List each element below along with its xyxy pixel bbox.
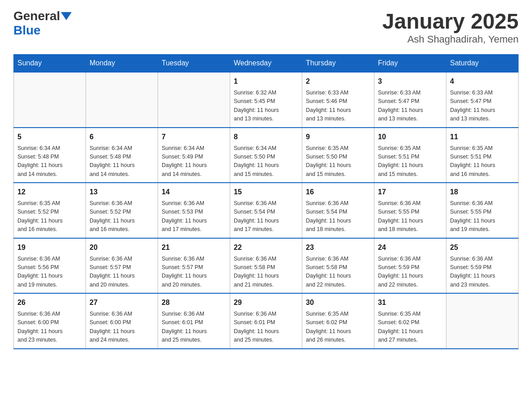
calendar-cell: 28Sunrise: 6:36 AM Sunset: 6:01 PM Dayli… bbox=[158, 293, 230, 349]
day-number: 8 bbox=[234, 132, 298, 142]
calendar-cell: 2Sunrise: 6:33 AM Sunset: 5:46 PM Daylig… bbox=[302, 72, 374, 128]
day-info: Sunrise: 6:36 AM Sunset: 5:59 PM Dayligh… bbox=[450, 255, 515, 290]
calendar-cell: 4Sunrise: 6:33 AM Sunset: 5:47 PM Daylig… bbox=[446, 72, 519, 128]
day-info: Sunrise: 6:35 AM Sunset: 6:02 PM Dayligh… bbox=[378, 310, 442, 345]
calendar-cell: 24Sunrise: 6:36 AM Sunset: 5:59 PM Dayli… bbox=[374, 238, 446, 294]
day-number: 21 bbox=[162, 242, 226, 253]
day-info: Sunrise: 6:36 AM Sunset: 5:59 PM Dayligh… bbox=[378, 255, 442, 290]
day-info: Sunrise: 6:36 AM Sunset: 5:55 PM Dayligh… bbox=[450, 199, 515, 234]
day-number: 4 bbox=[450, 76, 515, 87]
calendar-header-thursday: Thursday bbox=[302, 55, 374, 73]
calendar-header-row: SundayMondayTuesdayWednesdayThursdayFrid… bbox=[14, 55, 519, 73]
day-number: 9 bbox=[306, 132, 370, 142]
calendar-header-friday: Friday bbox=[374, 55, 446, 73]
day-info: Sunrise: 6:34 AM Sunset: 5:49 PM Dayligh… bbox=[162, 144, 226, 179]
calendar-table: SundayMondayTuesdayWednesdayThursdayFrid… bbox=[13, 54, 519, 349]
calendar-cell: 18Sunrise: 6:36 AM Sunset: 5:55 PM Dayli… bbox=[446, 183, 519, 238]
day-info: Sunrise: 6:36 AM Sunset: 6:01 PM Dayligh… bbox=[234, 310, 298, 345]
location-subtitle: Ash Shaghadirah, Yemen bbox=[382, 34, 519, 45]
day-number: 19 bbox=[17, 242, 82, 253]
day-number: 13 bbox=[90, 187, 154, 197]
day-info: Sunrise: 6:34 AM Sunset: 5:48 PM Dayligh… bbox=[17, 144, 82, 179]
day-number: 28 bbox=[162, 297, 226, 308]
calendar-cell: 30Sunrise: 6:35 AM Sunset: 6:02 PM Dayli… bbox=[302, 293, 374, 349]
title-section: January 2025 Ash Shaghadirah, Yemen bbox=[382, 9, 519, 45]
day-number: 20 bbox=[90, 242, 154, 253]
logo-general-text: General bbox=[13, 9, 60, 23]
calendar-cell: 11Sunrise: 6:35 AM Sunset: 5:51 PM Dayli… bbox=[446, 128, 519, 183]
day-info: Sunrise: 6:35 AM Sunset: 5:51 PM Dayligh… bbox=[450, 144, 515, 179]
calendar-cell: 15Sunrise: 6:36 AM Sunset: 5:54 PM Dayli… bbox=[230, 183, 302, 238]
calendar-cell: 17Sunrise: 6:36 AM Sunset: 5:55 PM Dayli… bbox=[374, 183, 446, 238]
calendar-header-monday: Monday bbox=[86, 55, 158, 73]
day-number: 22 bbox=[234, 242, 298, 253]
day-number: 24 bbox=[378, 242, 442, 253]
day-info: Sunrise: 6:36 AM Sunset: 5:58 PM Dayligh… bbox=[306, 255, 370, 290]
day-number: 16 bbox=[306, 187, 370, 197]
day-info: Sunrise: 6:35 AM Sunset: 5:50 PM Dayligh… bbox=[306, 144, 370, 179]
calendar-cell: 20Sunrise: 6:36 AM Sunset: 5:57 PM Dayli… bbox=[86, 238, 158, 294]
calendar-cell bbox=[86, 72, 158, 128]
day-info: Sunrise: 6:33 AM Sunset: 5:47 PM Dayligh… bbox=[450, 89, 515, 124]
calendar-cell: 5Sunrise: 6:34 AM Sunset: 5:48 PM Daylig… bbox=[14, 128, 86, 183]
calendar-cell: 1Sunrise: 6:32 AM Sunset: 5:45 PM Daylig… bbox=[230, 72, 302, 128]
logo: General Blue bbox=[13, 9, 73, 38]
calendar-cell bbox=[446, 293, 519, 349]
calendar-week-row: 5Sunrise: 6:34 AM Sunset: 5:48 PM Daylig… bbox=[14, 128, 519, 183]
calendar-cell: 22Sunrise: 6:36 AM Sunset: 5:58 PM Dayli… bbox=[230, 238, 302, 294]
day-info: Sunrise: 6:35 AM Sunset: 6:02 PM Dayligh… bbox=[306, 310, 370, 345]
page-header: General Blue January 2025 Ash Shaghadira… bbox=[13, 9, 519, 45]
calendar-cell: 3Sunrise: 6:33 AM Sunset: 5:47 PM Daylig… bbox=[374, 72, 446, 128]
day-number: 26 bbox=[17, 297, 82, 308]
day-info: Sunrise: 6:36 AM Sunset: 5:53 PM Dayligh… bbox=[162, 199, 226, 234]
day-info: Sunrise: 6:36 AM Sunset: 5:58 PM Dayligh… bbox=[234, 255, 298, 290]
day-info: Sunrise: 6:36 AM Sunset: 6:00 PM Dayligh… bbox=[90, 310, 154, 345]
calendar-cell: 7Sunrise: 6:34 AM Sunset: 5:49 PM Daylig… bbox=[158, 128, 230, 183]
day-info: Sunrise: 6:34 AM Sunset: 5:48 PM Dayligh… bbox=[90, 144, 154, 179]
day-number: 2 bbox=[306, 76, 370, 87]
day-number: 27 bbox=[90, 297, 154, 308]
day-info: Sunrise: 6:36 AM Sunset: 5:55 PM Dayligh… bbox=[378, 199, 442, 234]
calendar-cell: 13Sunrise: 6:36 AM Sunset: 5:52 PM Dayli… bbox=[86, 183, 158, 238]
day-number: 17 bbox=[378, 187, 442, 197]
day-info: Sunrise: 6:35 AM Sunset: 5:52 PM Dayligh… bbox=[17, 199, 82, 234]
calendar-week-row: 19Sunrise: 6:36 AM Sunset: 5:56 PM Dayli… bbox=[14, 238, 519, 294]
day-number: 11 bbox=[450, 132, 515, 142]
day-info: Sunrise: 6:36 AM Sunset: 5:52 PM Dayligh… bbox=[90, 199, 154, 234]
day-number: 23 bbox=[306, 242, 370, 253]
calendar-cell: 10Sunrise: 6:35 AM Sunset: 5:51 PM Dayli… bbox=[374, 128, 446, 183]
calendar-cell: 6Sunrise: 6:34 AM Sunset: 5:48 PM Daylig… bbox=[86, 128, 158, 183]
calendar-header-wednesday: Wednesday bbox=[230, 55, 302, 73]
day-info: Sunrise: 6:36 AM Sunset: 5:57 PM Dayligh… bbox=[162, 255, 226, 290]
day-info: Sunrise: 6:33 AM Sunset: 5:46 PM Dayligh… bbox=[306, 89, 370, 124]
calendar-cell bbox=[14, 72, 86, 128]
day-info: Sunrise: 6:36 AM Sunset: 5:57 PM Dayligh… bbox=[90, 255, 154, 290]
day-number: 10 bbox=[378, 132, 442, 142]
day-number: 6 bbox=[90, 132, 154, 142]
calendar-week-row: 12Sunrise: 6:35 AM Sunset: 5:52 PM Dayli… bbox=[14, 183, 519, 238]
calendar-cell: 26Sunrise: 6:36 AM Sunset: 6:00 PM Dayli… bbox=[14, 293, 86, 349]
day-number: 3 bbox=[378, 76, 442, 87]
calendar-cell: 31Sunrise: 6:35 AM Sunset: 6:02 PM Dayli… bbox=[374, 293, 446, 349]
day-info: Sunrise: 6:36 AM Sunset: 5:54 PM Dayligh… bbox=[234, 199, 298, 234]
calendar-cell: 29Sunrise: 6:36 AM Sunset: 6:01 PM Dayli… bbox=[230, 293, 302, 349]
day-info: Sunrise: 6:34 AM Sunset: 5:50 PM Dayligh… bbox=[234, 144, 298, 179]
day-info: Sunrise: 6:36 AM Sunset: 6:00 PM Dayligh… bbox=[17, 310, 82, 345]
day-number: 1 bbox=[234, 76, 298, 87]
logo-arrow-icon bbox=[61, 12, 72, 20]
calendar-header-tuesday: Tuesday bbox=[158, 55, 230, 73]
day-info: Sunrise: 6:32 AM Sunset: 5:45 PM Dayligh… bbox=[234, 89, 298, 124]
day-info: Sunrise: 6:35 AM Sunset: 5:51 PM Dayligh… bbox=[378, 144, 442, 179]
day-number: 25 bbox=[450, 242, 515, 253]
day-number: 7 bbox=[162, 132, 226, 142]
day-info: Sunrise: 6:36 AM Sunset: 5:54 PM Dayligh… bbox=[306, 199, 370, 234]
day-number: 12 bbox=[17, 187, 82, 197]
day-number: 31 bbox=[378, 297, 442, 308]
calendar-cell: 25Sunrise: 6:36 AM Sunset: 5:59 PM Dayli… bbox=[446, 238, 519, 294]
day-number: 5 bbox=[17, 132, 82, 142]
day-number: 15 bbox=[234, 187, 298, 197]
day-info: Sunrise: 6:33 AM Sunset: 5:47 PM Dayligh… bbox=[378, 89, 442, 124]
calendar-cell: 21Sunrise: 6:36 AM Sunset: 5:57 PM Dayli… bbox=[158, 238, 230, 294]
calendar-cell: 14Sunrise: 6:36 AM Sunset: 5:53 PM Dayli… bbox=[158, 183, 230, 238]
calendar-cell: 27Sunrise: 6:36 AM Sunset: 6:00 PM Dayli… bbox=[86, 293, 158, 349]
